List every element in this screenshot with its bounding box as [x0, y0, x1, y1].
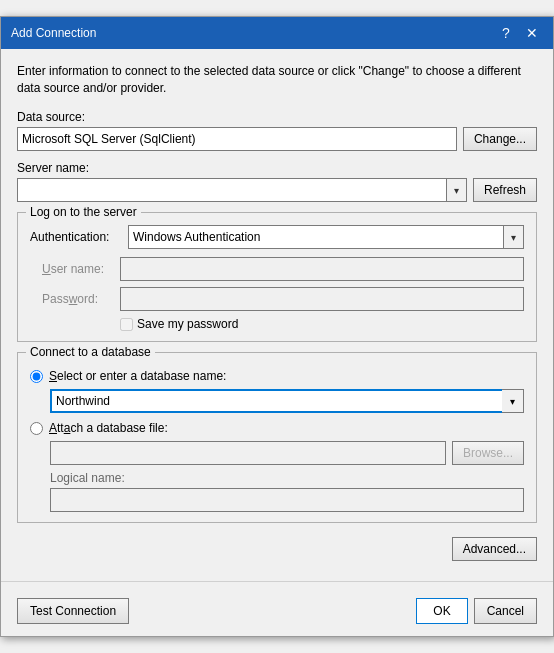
ok-button[interactable]: OK	[416, 598, 467, 624]
dialog-body: Enter information to connect to the sele…	[1, 49, 553, 582]
browse-button[interactable]: Browse...	[452, 441, 524, 465]
logical-name-input[interactable]	[50, 488, 524, 512]
attach-db-radio-label: Attach a database file:	[49, 421, 168, 435]
authentication-row: Authentication: Windows Authentication S…	[30, 225, 524, 249]
database-group-title: Connect to a database	[26, 345, 155, 359]
add-connection-dialog: Add Connection ? ✕ Enter information to …	[0, 16, 554, 638]
select-db-radio-row: Select or enter a database name:	[30, 369, 524, 383]
server-name-label: Server name:	[17, 161, 537, 175]
db-name-row: ▾	[30, 389, 524, 413]
select-db-radio-label: Select or enter a database name:	[49, 369, 226, 383]
data-source-input[interactable]	[17, 127, 457, 151]
server-name-row: ▾ Refresh	[17, 178, 537, 202]
attach-db-radio-row: Attach a database file:	[30, 421, 524, 435]
ok-cancel-group: OK Cancel	[416, 598, 537, 624]
save-password-label: Save my password	[137, 317, 238, 331]
close-button[interactable]: ✕	[521, 23, 543, 43]
password-label: Password:	[42, 292, 120, 306]
username-row: User name:	[30, 257, 524, 281]
username-input[interactable]	[120, 257, 524, 281]
database-group: Connect to a database Select or enter a …	[17, 352, 537, 523]
advanced-button[interactable]: Advanced...	[452, 537, 537, 561]
auth-label: Authentication:	[30, 230, 120, 244]
title-bar: Add Connection ? ✕	[1, 17, 553, 49]
dialog-title: Add Connection	[11, 26, 96, 40]
bottom-bar: Test Connection OK Cancel	[1, 590, 553, 636]
save-password-checkbox[interactable]	[120, 318, 133, 331]
help-button[interactable]: ?	[495, 23, 517, 43]
server-name-section: Server name: ▾ Refresh	[17, 161, 537, 202]
logon-group: Log on to the server Authentication: Win…	[17, 212, 537, 342]
db-name-combo[interactable]: ▾	[50, 389, 524, 413]
password-input[interactable]	[120, 287, 524, 311]
select-db-radio[interactable]	[30, 370, 43, 383]
advanced-row: Advanced...	[17, 533, 537, 569]
refresh-button[interactable]: Refresh	[473, 178, 537, 202]
db-name-dropdown-arrow[interactable]: ▾	[502, 389, 524, 413]
logon-group-title: Log on to the server	[26, 205, 141, 219]
data-source-label: Data source: Change...	[17, 110, 537, 151]
change-button[interactable]: Change...	[463, 127, 537, 151]
logical-name-label: Logical name:	[50, 471, 524, 485]
attach-file-input[interactable]	[50, 441, 446, 465]
footer-separator	[1, 581, 553, 582]
server-name-combo[interactable]: ▾	[17, 178, 467, 202]
logical-name-section: Logical name:	[30, 471, 524, 512]
title-bar-controls: ? ✕	[495, 23, 543, 43]
auth-select[interactable]: Windows Authentication SQL Server Authen…	[128, 225, 524, 249]
cancel-button[interactable]: Cancel	[474, 598, 537, 624]
save-password-row: Save my password	[30, 317, 524, 331]
data-source-row: Change...	[17, 127, 537, 151]
attach-file-row: Browse...	[30, 441, 524, 465]
server-name-input[interactable]	[17, 178, 467, 202]
auth-combo[interactable]: Windows Authentication SQL Server Authen…	[128, 225, 524, 249]
test-connection-button[interactable]: Test Connection	[17, 598, 129, 624]
db-name-input[interactable]	[50, 389, 524, 413]
username-label: User name:	[42, 262, 120, 276]
description-text: Enter information to connect to the sele…	[17, 63, 537, 97]
password-row: Password:	[30, 287, 524, 311]
data-source-field-label: Data source:	[17, 110, 537, 124]
attach-db-radio[interactable]	[30, 422, 43, 435]
